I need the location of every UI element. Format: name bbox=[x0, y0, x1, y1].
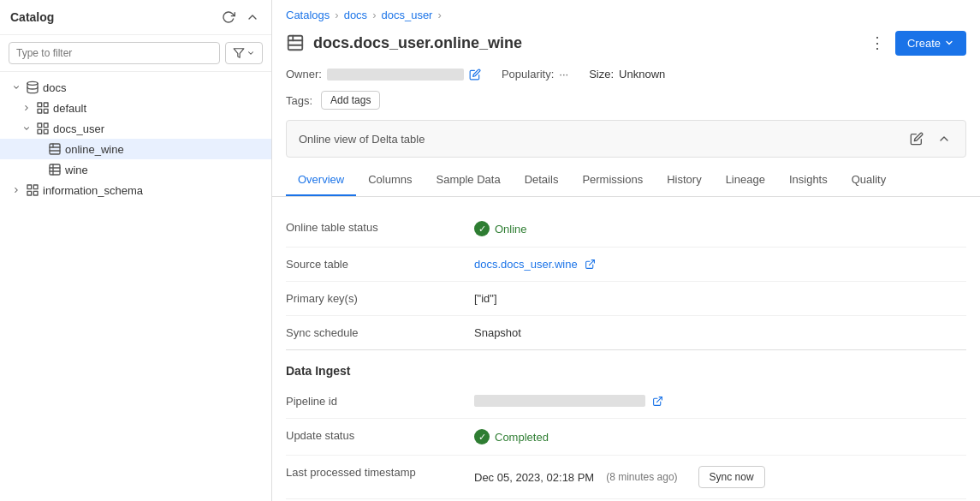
tab-sample-data[interactable]: Sample Data bbox=[424, 164, 512, 196]
delta-banner-actions bbox=[907, 129, 953, 148]
tags-row: Tags: Add tags bbox=[272, 87, 980, 120]
svg-rect-20 bbox=[33, 191, 38, 195]
sidebar-item-docs-label: docs bbox=[43, 81, 66, 94]
breadcrumb-catalogs[interactable]: Catalogs bbox=[286, 9, 330, 21]
completed-badge: ✓ Completed bbox=[474, 429, 549, 444]
refresh-button[interactable] bbox=[220, 9, 237, 26]
page-header: docs.docs_user.online_wine ⋮ Create bbox=[272, 27, 980, 64]
svg-rect-3 bbox=[44, 103, 48, 107]
header-actions: ⋮ Create bbox=[866, 30, 966, 56]
chevron-right-icon bbox=[21, 102, 33, 114]
add-tags-button[interactable]: Add tags bbox=[321, 91, 380, 110]
pipeline-id-bar bbox=[474, 395, 645, 407]
spacer bbox=[33, 143, 45, 155]
chevron-right-icon bbox=[10, 184, 22, 196]
sidebar-item-docs-user[interactable]: docs_user bbox=[0, 118, 271, 139]
tab-quality[interactable]: Quality bbox=[840, 164, 898, 196]
edit-owner-icon[interactable] bbox=[469, 69, 481, 81]
field-update-status: Update status ✓ Completed bbox=[286, 419, 966, 456]
main-content: Catalogs › docs › docs_user › docs.docs_… bbox=[272, 0, 980, 501]
svg-rect-18 bbox=[27, 185, 32, 189]
check-icon: ✓ bbox=[474, 221, 490, 236]
sidebar-item-wine[interactable]: wine bbox=[0, 159, 271, 180]
create-button[interactable]: Create bbox=[895, 31, 966, 56]
chevron-down-icon bbox=[10, 81, 22, 93]
svg-rect-6 bbox=[38, 123, 42, 128]
breadcrumb-sep-1: › bbox=[335, 9, 338, 21]
schema-icon bbox=[26, 183, 39, 197]
update-status-value: ✓ Completed bbox=[474, 429, 966, 444]
delta-banner: Online view of Delta table bbox=[286, 120, 966, 158]
online-table-page-icon bbox=[286, 33, 305, 52]
tab-insights[interactable]: Insights bbox=[777, 164, 840, 196]
search-input[interactable] bbox=[9, 42, 220, 64]
svg-rect-8 bbox=[44, 129, 48, 134]
tab-history[interactable]: History bbox=[655, 164, 713, 196]
breadcrumb-sep-3: › bbox=[437, 9, 441, 21]
data-ingest-title: Data Ingest bbox=[286, 364, 966, 378]
online-badge: ✓ Online bbox=[474, 221, 527, 236]
create-label: Create bbox=[907, 37, 941, 50]
sidebar-item-docs-user-label: docs_user bbox=[53, 122, 104, 135]
tab-details[interactable]: Details bbox=[513, 164, 571, 196]
sidebar: Catalog docs bbox=[0, 0, 272, 501]
sidebar-title: Catalog bbox=[10, 10, 54, 24]
sidebar-item-wine-label: wine bbox=[65, 164, 88, 176]
field-pipeline-id: Pipeline id bbox=[286, 385, 966, 419]
svg-line-26 bbox=[589, 260, 594, 265]
last-processed-time: Dec 05, 2023, 02:18 PM bbox=[474, 471, 594, 484]
sidebar-header: Catalog bbox=[0, 0, 271, 35]
svg-rect-14 bbox=[50, 164, 60, 175]
source-table-value: docs.docs_user.wine bbox=[474, 258, 966, 271]
last-processed-value: Dec 05, 2023, 02:18 PM (8 minutes ago) S… bbox=[474, 466, 966, 488]
filter-button[interactable] bbox=[225, 42, 263, 64]
overview-content: Online table status ✓ Online Source tabl… bbox=[272, 197, 980, 501]
size-meta: Size: Unknown bbox=[589, 68, 665, 81]
sidebar-item-online-wine[interactable]: online_wine bbox=[0, 139, 271, 159]
source-table-link[interactable]: docs.docs_user.wine bbox=[474, 258, 578, 271]
online-status-text: Online bbox=[495, 223, 527, 236]
breadcrumb-docs-user[interactable]: docs_user bbox=[381, 9, 432, 21]
page-title: docs.docs_user.online_wine bbox=[313, 34, 522, 52]
collapse-button[interactable] bbox=[244, 9, 261, 26]
schema-icon bbox=[36, 122, 50, 135]
more-options-button[interactable]: ⋮ bbox=[866, 30, 888, 56]
sync-now-button[interactable]: Sync now bbox=[698, 466, 765, 488]
field-primary-keys: Primary key(s) ["id"] bbox=[286, 282, 966, 316]
chevron-down-icon bbox=[21, 122, 33, 134]
chevron-down-icon bbox=[944, 38, 954, 48]
chevron-down-icon bbox=[246, 49, 255, 57]
pipeline-external-link-icon[interactable] bbox=[652, 396, 663, 407]
collapse-delta-button[interactable] bbox=[935, 129, 953, 148]
tab-columns[interactable]: Columns bbox=[356, 164, 424, 196]
pipeline-id-label: Pipeline id bbox=[286, 395, 474, 408]
online-table-icon bbox=[48, 142, 62, 156]
last-processed-label: Last processed timestamp bbox=[286, 466, 474, 479]
field-sync-schedule: Sync schedule Snapshot bbox=[286, 316, 966, 350]
edit-delta-button[interactable] bbox=[907, 129, 926, 148]
refresh-icon bbox=[222, 10, 235, 24]
svg-rect-4 bbox=[44, 109, 48, 113]
field-online-table-status: Online table status ✓ Online bbox=[286, 211, 966, 248]
tab-lineage[interactable]: Lineage bbox=[714, 164, 777, 196]
primary-keys-label: Primary key(s) bbox=[286, 292, 474, 305]
sidebar-item-docs[interactable]: docs bbox=[0, 77, 271, 98]
sidebar-item-online-wine-label: online_wine bbox=[65, 143, 124, 156]
sidebar-item-information-schema[interactable]: information_schema bbox=[0, 180, 271, 200]
breadcrumb-docs[interactable]: docs bbox=[344, 9, 367, 21]
meta-row: Owner: Popularity: ··· Size: Unknown bbox=[272, 64, 980, 87]
completed-text: Completed bbox=[495, 431, 549, 444]
field-last-processed: Last processed timestamp Dec 05, 2023, 0… bbox=[286, 456, 966, 499]
external-link-icon bbox=[585, 259, 596, 270]
tab-permissions[interactable]: Permissions bbox=[570, 164, 655, 196]
filter-icon bbox=[233, 47, 245, 59]
svg-rect-19 bbox=[33, 185, 38, 189]
pipeline-id-value bbox=[474, 395, 966, 407]
tab-overview[interactable]: Overview bbox=[286, 164, 356, 196]
sync-schedule-value: Snapshot bbox=[474, 326, 966, 339]
sidebar-item-default-label: default bbox=[53, 102, 86, 115]
sidebar-item-default[interactable]: default bbox=[0, 98, 271, 118]
size-value: Unknown bbox=[619, 68, 665, 81]
sync-schedule-text: Snapshot bbox=[474, 326, 521, 339]
sidebar-item-information-schema-label: information_schema bbox=[43, 184, 143, 197]
